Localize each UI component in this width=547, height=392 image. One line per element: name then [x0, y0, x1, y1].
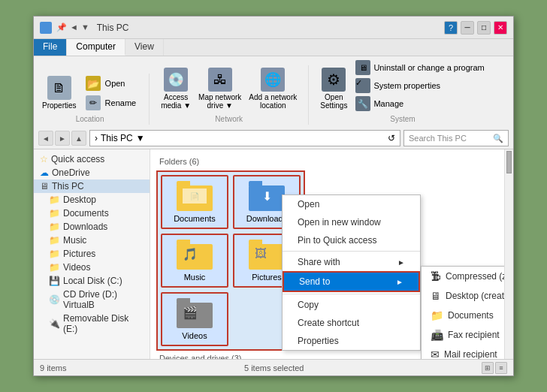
documents-label: Documents [174, 214, 216, 223]
minimize-button[interactable]: ─ [461, 21, 474, 35]
sidebar-item-this-pc[interactable]: 🖥 This PC [34, 179, 150, 193]
pictures-label: Pictures [252, 273, 282, 282]
open-settings-button[interactable]: ⚙ OpenSettings [318, 65, 349, 112]
music-label: Music [184, 273, 206, 282]
usb-icon: 🔌 [49, 318, 60, 329]
refresh-btn[interactable]: ↺ [388, 133, 395, 143]
add-network-button[interactable]: 🌐 Add a networklocation [246, 65, 299, 112]
manage-button[interactable]: 🔧 Manage [352, 95, 487, 112]
folder-icon-pictures: 📁 [49, 249, 60, 259]
videos-label: Videos [182, 331, 207, 340]
sidebar-label-pictures: Pictures [63, 249, 95, 259]
maximize-button[interactable]: □ [477, 21, 491, 35]
forward-button[interactable]: ► [55, 131, 70, 146]
ctx-share-with[interactable]: Share with ► [283, 253, 420, 271]
submenu-documents[interactable]: 📁 Documents [422, 306, 504, 325]
up-button[interactable]: ▲ [71, 131, 86, 146]
location-label: Location [73, 113, 107, 125]
scrollbar[interactable] [504, 149, 513, 359]
access-media-button[interactable]: 💿 Accessmedia ▼ [159, 65, 193, 112]
ctx-properties-label: Properties [298, 336, 339, 346]
ctx-properties[interactable]: Properties [283, 332, 420, 350]
sidebar-item-local-disk[interactable]: 💾 Local Disk (C:) [34, 274, 150, 288]
sidebar-label-onedrive: OneDrive [52, 167, 90, 178]
sidebar-item-quick-access[interactable]: ☆ Quick access [34, 152, 150, 166]
ribbon-buttons-network: 💿 Accessmedia ▼ 🖧 Map networkdrive ▼ 🌐 A… [159, 65, 299, 112]
submenu-desktop[interactable]: 🖥 Desktop (create shortcut) [422, 286, 504, 306]
submenu-mail[interactable]: ✉ Mail recipient [422, 345, 504, 359]
videos-folder-icon: 🎬 [177, 298, 213, 328]
address-bar: ◄ ► ▲ › This PC ▼ ↺ Search This PC 🔍 [34, 128, 513, 149]
sidebar-item-music[interactable]: 📁 Music [34, 234, 150, 247]
map-network-icon: 🖧 [208, 68, 232, 92]
share-arrow-icon: ► [397, 258, 405, 267]
ctx-open[interactable]: Open [283, 195, 420, 213]
down-arrow[interactable]: ▼ [81, 23, 89, 32]
manage-icon: 🔧 [355, 96, 370, 111]
submenu-compressed-label: Compressed (zipped) folder [446, 271, 504, 282]
settings-icon: ⚙ [322, 68, 346, 92]
map-network-button[interactable]: 🖧 Map networkdrive ▼ [196, 65, 243, 112]
sidebar-label-documents: Documents [63, 208, 109, 219]
back-arrow[interactable]: ◄ [70, 23, 78, 32]
ctx-open-new-window-label: Open in new window [298, 217, 381, 228]
tab-computer[interactable]: Computer [67, 39, 125, 56]
sidebar-item-downloads[interactable]: 📁 Downloads [34, 220, 150, 234]
sidebar-item-cd-drive[interactable]: 💿 CD Drive (D:) VirtualB [34, 288, 150, 312]
ctx-pin-quick-access[interactable]: Pin to Quick access [283, 231, 420, 249]
submenu-fax-label: Fax recipient [448, 330, 500, 340]
title-bar-left: 📌 ◄ ▼ This PC [40, 22, 128, 34]
drive-icon-c: 💾 [49, 276, 60, 286]
back-button[interactable]: ◄ [38, 131, 53, 146]
system-props-icon: ✓ [355, 78, 370, 93]
sidebar-item-removable-disk[interactable]: 🔌 Removable Disk (E:) [34, 312, 150, 336]
large-icons-view[interactable]: ⊞ [482, 362, 494, 374]
submenu-documents-label: Documents [448, 310, 494, 321]
submenu-fax[interactable]: 📠 Fax recipient [422, 325, 504, 345]
help-button[interactable]: ? [444, 21, 458, 35]
address-path[interactable]: › This PC ▼ ↺ [89, 130, 400, 146]
ribbon-group-system: ⚙ OpenSettings 🖥 Uninstall or change a p… [318, 59, 497, 125]
mail-icon: ✉ [431, 348, 440, 359]
rename-button[interactable]: ✏ Rename [82, 94, 141, 112]
file-item-documents[interactable]: 📄 Documents [161, 175, 228, 229]
sidebar-label-downloads: Downloads [63, 222, 107, 232]
submenu-compressed[interactable]: 🗜 Compressed (zipped) folder [422, 267, 504, 286]
cloud-icon: ☁ [40, 167, 49, 178]
sidebar-item-onedrive[interactable]: ☁ OneDrive [34, 166, 150, 179]
uninstall-button[interactable]: 🖥 Uninstall or change a program [352, 59, 487, 76]
folder-icon-desktop: 📁 [49, 194, 60, 205]
access-media-icon: 💿 [164, 68, 188, 92]
sidebar-item-desktop[interactable]: 📁 Desktop [34, 193, 150, 207]
details-view[interactable]: ≡ [495, 362, 507, 374]
computer-icon: 🖥 [40, 181, 49, 191]
search-icon: 🔍 [493, 134, 503, 143]
system-props-button[interactable]: ✓ System properties [352, 77, 487, 94]
tab-view[interactable]: View [125, 39, 164, 56]
sidebar-item-pictures[interactable]: 📁 Pictures [34, 247, 150, 261]
path-dropdown[interactable]: ▼ [136, 133, 145, 143]
sidebar-item-videos[interactable]: 📁 Videos [34, 261, 150, 274]
documents-folder-icon: 📄 [177, 181, 213, 211]
file-item-videos[interactable]: 🎬 Videos [161, 292, 228, 346]
ctx-copy[interactable]: Copy [283, 296, 420, 314]
properties-button[interactable]: 🗎 Properties [40, 74, 79, 112]
ctx-send-to[interactable]: Send to ► [283, 271, 420, 292]
open-button[interactable]: 📂 Open [82, 74, 141, 92]
sidebar-label-removable-disk: Removable Disk (E:) [63, 313, 144, 334]
pictures-folder-icon: 🖼 [249, 240, 285, 270]
status-bar: 9 items 5 items selected ⊞ ≡ [34, 359, 513, 375]
pin-icon: 📌 [56, 23, 67, 32]
file-item-music[interactable]: 🎵 Music [161, 234, 228, 288]
close-button[interactable]: ✕ [494, 21, 507, 35]
ribbon-group-location: 🗎 Properties 📂 Open ✏ Rename Location [40, 74, 150, 125]
search-box[interactable]: Search This PC 🔍 [403, 130, 509, 146]
star-icon: ☆ [40, 154, 48, 164]
sidebar-label-videos: Videos [63, 262, 90, 273]
sidebar-label-this-pc: This PC [52, 181, 84, 191]
ctx-create-shortcut[interactable]: Create shortcut [283, 314, 420, 332]
ctx-open-new-window[interactable]: Open in new window [283, 213, 420, 231]
sidebar-item-documents[interactable]: 📁 Documents [34, 207, 150, 220]
tab-file[interactable]: File [34, 39, 67, 56]
scrollbar-thumb[interactable] [506, 151, 512, 173]
